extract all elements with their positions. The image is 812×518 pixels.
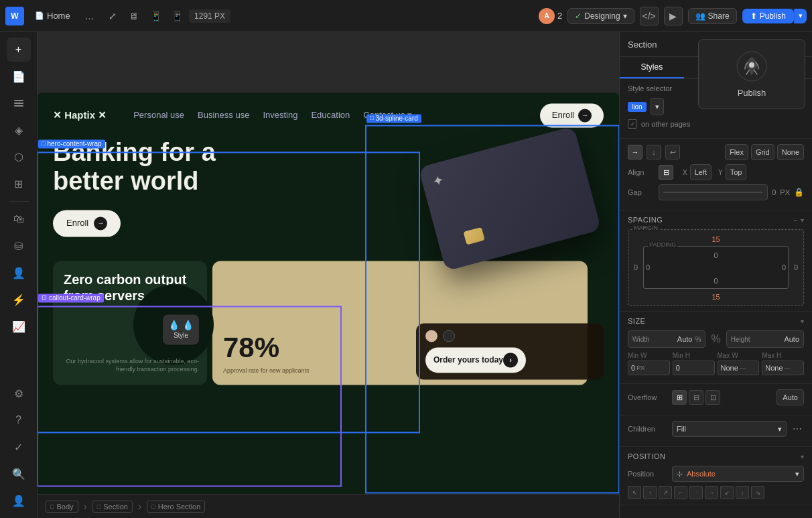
color-swatches (425, 330, 594, 342)
nav-contact[interactable]: Contact us ▾ (363, 110, 412, 120)
x-align-select[interactable]: Left (690, 164, 712, 180)
anchor-mr[interactable]: → (705, 486, 718, 499)
layout-flex[interactable]: Flex (725, 144, 748, 160)
size-header[interactable]: Size ▾ (628, 317, 804, 325)
sidebar-item-layers[interactable] (7, 91, 31, 115)
spacing-title: Spacing (628, 216, 663, 224)
nav-investing[interactable]: Investing (263, 110, 297, 120)
sidebar-item-add[interactable]: + (7, 38, 31, 62)
selector-dropdown[interactable]: ▾ (651, 98, 664, 115)
tag-badge[interactable]: lion (628, 102, 647, 112)
sidebar-item-images[interactable]: ⊞ (7, 172, 31, 196)
max-w-field[interactable]: None — (718, 361, 760, 375)
breadcrumb-body[interactable]: □ Body (46, 501, 78, 513)
style-popup-trigger[interactable]: 💧 💧 Style (163, 314, 199, 344)
webflow-logo[interactable]: W (5, 7, 24, 25)
breadcrumb-section[interactable]: □ Section (92, 501, 133, 513)
desktop-btn[interactable]: 🖥 (125, 7, 143, 25)
gap-slider[interactable] (663, 192, 763, 193)
anchor-br[interactable]: ↘ (751, 486, 764, 499)
sidebar-item-components[interactable]: ◈ (7, 118, 31, 142)
sidebar-item-assets[interactable]: ⬡ (7, 145, 31, 169)
direction-vertical-btn[interactable]: ↓ (647, 145, 661, 159)
anchor-tl[interactable]: ↖ (628, 486, 641, 499)
overflow-auto-select[interactable]: Auto (776, 389, 804, 405)
toolbar-right: A 2 ✓ Designing ▾ </> ▶ 👥 Share ⬆ Publis… (539, 7, 807, 25)
hero-enroll-btn[interactable]: Enroll → (53, 210, 121, 237)
preview-btn[interactable]: ▶ (664, 7, 683, 25)
home-link[interactable]: 📄 Home (29, 8, 76, 23)
padding-top[interactable]: 0 (646, 249, 786, 261)
sidebar-bottom: ⚙ ? ✓ 🔍 👤 (7, 381, 31, 513)
sidebar-item-settings[interactable]: ⚙ (7, 381, 31, 405)
anchor-bl[interactable]: ↙ (720, 486, 734, 499)
user-avatar: A (539, 8, 555, 24)
color-swatch-dark[interactable] (443, 330, 455, 342)
sidebar-item-ecommerce[interactable]: 🛍 (7, 207, 31, 231)
status-button[interactable]: ✓ Designing ▾ (567, 8, 634, 24)
anchor-tc[interactable]: ↑ (643, 486, 657, 499)
checkbox[interactable]: ✓ (628, 119, 637, 129)
anchor-tr[interactable]: ↗ (659, 486, 672, 499)
children-select[interactable]: Fill ▾ (672, 421, 787, 437)
sidebar-item-users[interactable]: 👤 (7, 261, 31, 285)
direction-horizontal-btn[interactable]: → (628, 145, 642, 159)
children-more-btn[interactable]: ⋯ (791, 421, 804, 437)
margin-bottom[interactable]: 15 (631, 290, 801, 302)
color-swatch-tan[interactable] (425, 330, 437, 342)
padding-bottom[interactable]: 0 (646, 274, 786, 286)
nav-business-use[interactable]: Business use (198, 110, 249, 120)
share-button[interactable]: 👥 Share (688, 8, 737, 24)
fullscreen-btn[interactable]: ⤢ (103, 7, 122, 25)
code-view-btn[interactable]: </> (640, 7, 659, 25)
layout-none[interactable]: None (777, 144, 804, 160)
more-options[interactable]: ... (81, 7, 98, 25)
spacing-dash-icon: -· (794, 216, 798, 224)
margin-left[interactable]: 0 (631, 263, 640, 271)
publish-button[interactable]: ⬆ Publish (742, 9, 794, 23)
max-h-field[interactable]: None — (762, 361, 804, 375)
sidebar-divider (9, 201, 29, 202)
nav-personal-use[interactable]: Personal use (133, 110, 184, 120)
tablet-btn[interactable]: 📱 (146, 7, 165, 25)
height-field[interactable]: Height Auto (726, 330, 804, 348)
nav-education[interactable]: Education (311, 110, 350, 120)
y-align-select[interactable]: Top (726, 164, 747, 180)
sidebar-item-accessibility[interactable]: ✓ (7, 435, 31, 459)
sidebar-item-analytics[interactable]: 📈 (7, 314, 31, 338)
sidebar-item-pages[interactable]: 📄 (7, 64, 31, 88)
publish-dropdown-btn[interactable]: ▾ (794, 9, 807, 23)
order-btn[interactable]: Order yours today › (425, 347, 526, 373)
overflow-visible-btn[interactable]: ⊡ (705, 390, 720, 405)
anchor-ml[interactable]: ← (674, 486, 687, 499)
min-h-field[interactable]: 0 (673, 361, 715, 375)
anchor-bc[interactable]: ↓ (736, 486, 749, 499)
margin-right[interactable]: 0 (791, 263, 801, 271)
gap-label: Gap (628, 188, 655, 196)
overflow-scroll-btn[interactable]: ⊟ (689, 390, 703, 405)
padding-right[interactable]: 0 (782, 263, 786, 271)
gap-input[interactable] (659, 184, 768, 200)
sidebar-item-help[interactable]: ? (7, 408, 31, 432)
sidebar-item-zoom[interactable]: 🔍 (7, 462, 31, 486)
breadcrumb-hero-section[interactable]: □ Hero Section (147, 501, 205, 513)
padding-left[interactable]: 0 (646, 263, 650, 271)
align-left-btn[interactable]: ⊟ (659, 165, 673, 180)
sidebar-item-account[interactable]: 👤 (7, 489, 31, 513)
mobile-btn[interactable]: 📱 (167, 7, 186, 25)
tab-styles[interactable]: Styles (620, 57, 684, 78)
anchor-mc[interactable]: · (689, 486, 703, 499)
sidebar-item-cms[interactable]: ⛁ (7, 234, 31, 258)
min-w-field[interactable]: 0 PX (628, 361, 670, 375)
position-header[interactable]: Position ▾ (628, 452, 804, 460)
layout-grid[interactable]: Grid (751, 144, 774, 160)
overflow-hidden-btn[interactable]: ⊞ (672, 390, 687, 405)
sidebar-item-logic[interactable]: ⚡ (7, 287, 31, 312)
spacing-header[interactable]: Spacing -· ▾ (628, 216, 804, 224)
position-select[interactable]: ⊹ Absolute ▾ (672, 466, 804, 482)
nav-enroll-btn[interactable]: Enroll → (540, 103, 604, 127)
width-field[interactable]: Width Auto % (628, 330, 705, 348)
direction-wrap-btn[interactable]: ↩ (665, 145, 680, 159)
layout-type-group: Flex Grid None (725, 144, 804, 160)
position-chevron-icon: ▾ (801, 453, 804, 460)
